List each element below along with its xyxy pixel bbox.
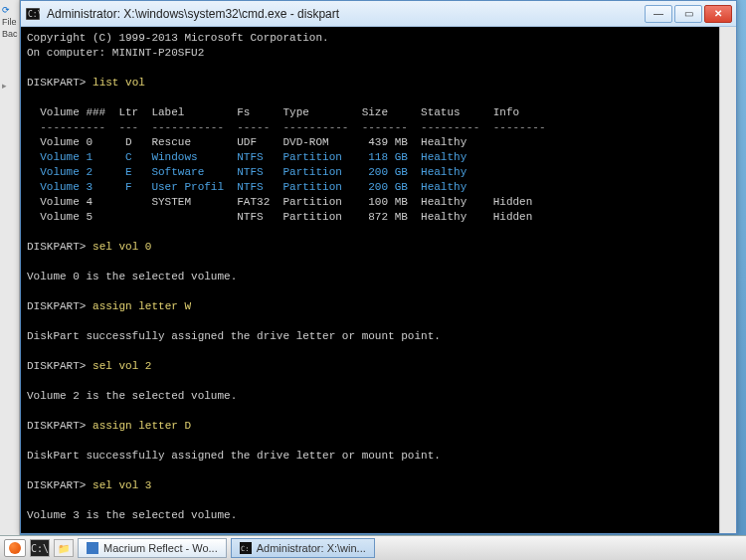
start-orb-icon: [9, 542, 21, 554]
volume-row[interactable]: Volume 2 E Software NTFS Partition 200 G…: [27, 166, 466, 178]
cmd-input: list vol: [93, 77, 145, 89]
start-button[interactable]: [4, 539, 26, 557]
cmd-icon: C:\: [25, 6, 41, 22]
macrium-icon: [87, 542, 98, 554]
taskbar: C:\ 📁 Macrium Reflect - Wo... C: Adminis…: [0, 535, 746, 560]
volume-row[interactable]: Volume 3 F User Profil NTFS Partition 20…: [27, 181, 466, 193]
quick-launch-cmd[interactable]: C:\: [30, 539, 50, 557]
svg-text:C:: C:: [241, 545, 249, 553]
minimize-button[interactable]: —: [645, 5, 672, 23]
taskbar-item-cmd[interactable]: C: Administrator: X:\win...: [231, 538, 375, 558]
titlebar[interactable]: C:\ Administrator: X:\windows\system32\c…: [21, 1, 736, 27]
table-divider: ---------- --- ----------- ----- -------…: [27, 121, 546, 133]
taskbar-item-label: Administrator: X:\win...: [257, 542, 366, 554]
cmd-icon: C:: [240, 542, 252, 554]
volume-row[interactable]: Volume 1 C Windows NTFS Partition 118 GB…: [27, 151, 466, 163]
volume-row: Volume 0 D Rescue UDF DVD-ROM 439 MB Hea…: [27, 136, 466, 148]
cmd-input: assign letter D: [93, 420, 191, 432]
prompt: DISKPART>: [27, 77, 86, 89]
response-line: Volume 2 is the selected volume.: [27, 390, 237, 402]
quick-launch-explorer[interactable]: 📁: [54, 539, 74, 557]
volume-row: Volume 5 NTFS Partition 872 MB Healthy H…: [27, 211, 532, 223]
copyright-line: Copyright (C) 1999-2013 Microsoft Corpor…: [27, 32, 329, 44]
cmd-window: C:\ Administrator: X:\windows\system32\c…: [20, 0, 737, 534]
response-line: DiskPart successfully assigned the drive…: [27, 450, 441, 462]
volume-row: Volume 4 SYSTEM FAT32 Partition 100 MB H…: [27, 196, 532, 208]
cmd-input: assign letter W: [93, 300, 191, 312]
maximize-button[interactable]: ▭: [674, 5, 702, 23]
response-line: DiskPart successfully assigned the drive…: [27, 330, 441, 342]
left-app-strip: ⟳ File Bac ▸: [0, 0, 20, 537]
scrollbar[interactable]: [719, 27, 736, 533]
svg-rect-2: [87, 542, 98, 554]
console-output[interactable]: Copyright (C) 1999-2013 Microsoft Corpor…: [21, 27, 736, 533]
table-header: Volume ### Ltr Label Fs Type Size Status…: [27, 106, 519, 118]
taskbar-item-label: Macrium Reflect - Wo...: [103, 542, 218, 554]
cmd-input: sel vol 3: [93, 479, 151, 491]
svg-text:C:\: C:\: [28, 10, 40, 19]
response-line: Volume 0 is the selected volume.: [27, 271, 237, 282]
cmd-input: sel vol 2: [93, 360, 151, 372]
computer-line: On computer: MININT-P20SFU2: [27, 47, 204, 59]
taskbar-item-macrium[interactable]: Macrium Reflect - Wo...: [78, 538, 227, 558]
cmd-input: sel vol 0: [93, 241, 151, 253]
response-line: Volume 3 is the selected volume.: [27, 509, 237, 521]
window-title: Administrator: X:\windows\system32\cmd.e…: [47, 7, 645, 21]
close-button[interactable]: ✕: [704, 5, 732, 23]
